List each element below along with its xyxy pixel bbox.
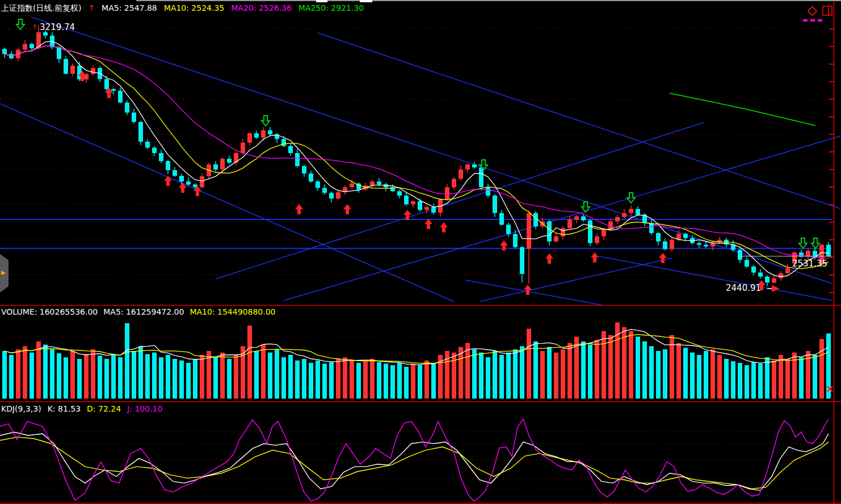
ma-lines bbox=[5, 41, 829, 277]
sell-arrow-marker bbox=[16, 19, 24, 29]
window-top-notch bbox=[316, 0, 327, 2]
high-price-label: 3219.74 bbox=[40, 22, 75, 32]
pane-frame-axis bbox=[0, 0, 841, 504]
buy-arrow-marker bbox=[179, 183, 187, 193]
ma250-line bbox=[670, 93, 815, 125]
ma10-value-label: MA10: 2524.35 bbox=[164, 3, 225, 13]
ma250-value-label: MA250: 2921.30 bbox=[298, 3, 364, 13]
instrument-title: 上证指数(日线.前复权) bbox=[1, 3, 81, 13]
buy-arrow-marker bbox=[295, 204, 303, 214]
buy-arrow-marker bbox=[164, 176, 172, 186]
window-pane-icon[interactable] bbox=[822, 5, 833, 18]
kdj-d-line bbox=[0, 437, 829, 489]
chart-canvas[interactable] bbox=[0, 0, 841, 504]
candlestick-series bbox=[2, 26, 831, 286]
volume-ma5-label: MA5: 161259472.00 bbox=[103, 307, 184, 317]
sidebar-expand-handle[interactable]: ▶ bbox=[0, 254, 9, 293]
trend-up-arrow-icon: ↑ bbox=[88, 3, 95, 13]
volume-series bbox=[0, 323, 832, 399]
buy-arrow-marker bbox=[524, 285, 532, 295]
period-high-annotation: ↑ 3219.74 bbox=[32, 22, 75, 32]
kdj-name-label: KDJ(9,3,3) bbox=[1, 404, 41, 414]
ma20-value-label: MA20: 2526.36 bbox=[231, 3, 292, 13]
volume-ma10-label: MA10: 154490880.00 bbox=[190, 307, 275, 317]
kdj-pane-header: KDJ(9,3,3) K: 81.53 D: 72.24 J: 100.10 bbox=[1, 404, 162, 414]
low-price-label: 2440.91 bbox=[726, 283, 761, 293]
sell-arrow-marker bbox=[262, 116, 270, 126]
buy-arrow-marker bbox=[440, 222, 448, 232]
kdj-k-line bbox=[0, 432, 829, 490]
diamond-tool-icon[interactable] bbox=[806, 5, 818, 18]
buy-arrow-marker bbox=[500, 240, 508, 251]
buy-arrow-marker bbox=[591, 252, 599, 262]
buy-arrow-marker bbox=[545, 253, 553, 264]
buy-arrow-marker bbox=[424, 219, 432, 229]
pane-close-button[interactable]: X bbox=[827, 384, 833, 393]
sell-arrow-marker bbox=[811, 238, 819, 248]
buy-arrow-marker bbox=[659, 253, 667, 263]
volume-value-label: VOLUME: 160265536.00 bbox=[1, 307, 98, 317]
ma5-value-label: MA5: 2547.88 bbox=[102, 3, 157, 13]
trendlines bbox=[0, 17, 840, 305]
expand-arrow-icon: ▶ bbox=[1, 269, 6, 276]
volume-pane-header: VOLUME: 160265536.00 MA5: 161259472.00 M… bbox=[1, 307, 275, 317]
high-marker-icon: ↑ bbox=[32, 23, 37, 31]
latest-price-label: 2531.35 bbox=[792, 259, 827, 269]
kdj-series bbox=[0, 419, 832, 501]
window-top-notch bbox=[360, 0, 372, 2]
buy-arrow-marker bbox=[194, 186, 201, 196]
signal-markers bbox=[16, 19, 832, 295]
main-chart-header: 上证指数(日线.前复权) ↑ MA5: 2547.88 MA10: 2524.3… bbox=[1, 3, 364, 13]
buy-arrow-marker bbox=[343, 204, 351, 214]
kdj-j-label: J: 100.10 bbox=[127, 404, 162, 414]
chart-toolbar bbox=[806, 5, 833, 18]
kdj-k-label: K: 81.53 bbox=[48, 404, 81, 414]
selection-dashes-icon bbox=[803, 19, 822, 22]
window-top-edge bbox=[136, 0, 841, 1]
kdj-d-label: D: 72.24 bbox=[87, 404, 121, 414]
